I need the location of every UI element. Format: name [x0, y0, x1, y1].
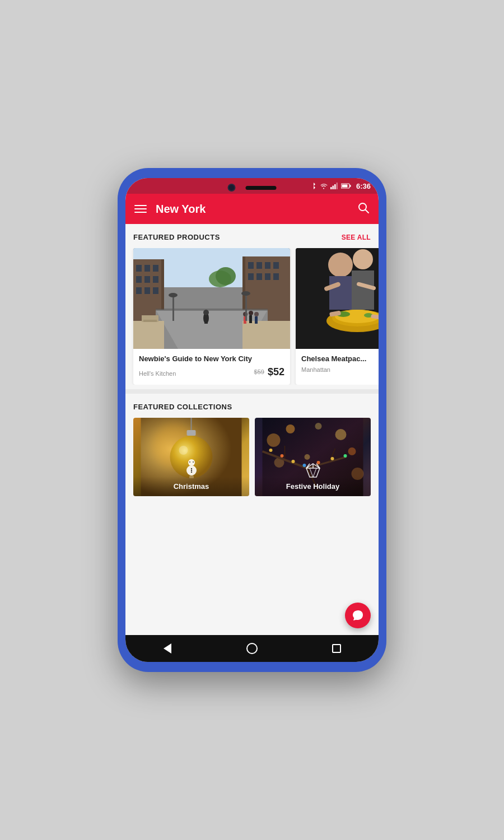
svg-point-84 [286, 424, 295, 433]
hamburger-menu-button[interactable] [134, 205, 147, 213]
svg-rect-31 [265, 273, 270, 280]
status-time: 6:36 [356, 182, 371, 190]
svg-rect-50 [172, 296, 174, 321]
signal-icon [330, 183, 338, 189]
product-card-1[interactable]: Newbie's Guide to New York City Hell's K… [133, 248, 290, 385]
featured-collections-section: FEATURED COLLECTIONS [125, 394, 379, 501]
phone-shell: 6:36 New York FEATURED PRODUCTS SE [118, 168, 386, 672]
search-button[interactable] [357, 202, 370, 217]
svg-rect-2 [334, 184, 336, 189]
product-price-row-1: $59 $52 [254, 366, 284, 378]
product-location-1: Hell's Kitchen [139, 370, 176, 377]
svg-point-78 [193, 461, 194, 463]
svg-point-83 [267, 433, 281, 447]
svg-rect-71 [187, 430, 196, 436]
svg-point-85 [335, 429, 347, 440]
product-price-original-1: $59 [254, 368, 264, 375]
collection-card-festive[interactable]: Festive Holiday [255, 418, 371, 496]
product-name-2: Chelsea Meatpac... [301, 354, 379, 364]
nav-back-button[interactable] [162, 643, 173, 654]
product-name-1: Newbie's Guide to New York City [139, 354, 284, 364]
svg-point-86 [348, 447, 356, 455]
svg-rect-57 [329, 276, 352, 310]
svg-point-96 [269, 449, 273, 452]
phone-screen: 6:36 New York FEATURED PRODUCTS SE [125, 178, 379, 662]
svg-rect-3 [336, 183, 338, 189]
svg-rect-15 [144, 265, 150, 272]
home-circle-icon [246, 643, 258, 654]
svg-point-81 [190, 472, 192, 473]
collections-grid: Christmas [125, 418, 379, 496]
svg-rect-6 [349, 185, 351, 187]
svg-point-80 [190, 470, 192, 471]
svg-rect-47 [249, 315, 252, 323]
bottom-spacer [125, 501, 379, 545]
svg-point-53 [241, 291, 250, 296]
svg-rect-37 [242, 321, 290, 349]
collection-card-christmas[interactable]: Christmas [133, 418, 249, 496]
svg-point-79 [190, 468, 192, 469]
nav-home-button[interactable] [246, 643, 258, 654]
featured-products-header: FEATURED PRODUCTS SEE ALL [125, 233, 379, 248]
product-info-2: Chelsea Meatpac... Manhattan [296, 349, 379, 381]
svg-point-11 [216, 267, 236, 285]
svg-point-87 [315, 423, 322, 430]
svg-point-51 [169, 293, 178, 297]
see-all-button[interactable]: SEE ALL [342, 234, 371, 241]
svg-rect-25 [248, 262, 254, 269]
collection-overlay-festive: Festive Holiday [255, 477, 371, 496]
collection-name-festive: Festive Holiday [286, 482, 339, 491]
featured-collections-title: FEATURED COLLECTIONS [133, 403, 232, 411]
svg-point-90 [305, 454, 310, 460]
svg-rect-30 [256, 273, 262, 280]
svg-rect-5 [342, 185, 347, 188]
bluetooth-icon [310, 182, 317, 190]
svg-rect-16 [153, 265, 158, 272]
collection-overlay-christmas: Christmas [133, 477, 249, 496]
app-title: New York [156, 203, 357, 216]
svg-line-108 [310, 468, 313, 477]
svg-point-97 [281, 454, 284, 458]
product-location-2: Manhattan [301, 366, 379, 373]
wifi-icon [320, 183, 328, 189]
nav-bar [125, 635, 379, 662]
svg-rect-14 [136, 265, 142, 272]
svg-rect-39 [143, 320, 157, 322]
svg-rect-29 [248, 273, 254, 280]
products-scroll[interactable]: Newbie's Guide to New York City Hell's K… [125, 248, 379, 385]
back-arrow-icon [164, 643, 171, 654]
earpiece [246, 186, 277, 190]
svg-rect-36 [133, 321, 164, 349]
svg-rect-27 [265, 262, 270, 269]
svg-point-98 [292, 460, 295, 463]
svg-rect-26 [256, 262, 262, 269]
product-image-1 [133, 248, 290, 349]
svg-point-102 [344, 454, 347, 458]
svg-rect-49 [255, 316, 258, 324]
chat-fab-button[interactable] [345, 603, 371, 628]
svg-point-73 [179, 446, 188, 455]
svg-rect-18 [144, 276, 150, 283]
snowman-icon [183, 458, 200, 478]
collection-name-christmas: Christmas [174, 482, 209, 491]
product-image-2 [296, 248, 379, 349]
svg-rect-28 [273, 262, 279, 269]
svg-rect-52 [245, 294, 247, 321]
svg-point-77 [189, 461, 190, 463]
product-price-discounted-1: $52 [268, 366, 284, 378]
content-area: FEATURED PRODUCTS SEE ALL [125, 224, 379, 635]
featured-products-title: FEATURED PRODUCTS [133, 233, 220, 241]
svg-rect-19 [153, 276, 158, 283]
svg-rect-20 [136, 287, 142, 294]
svg-point-42 [203, 310, 209, 315]
battery-icon [341, 183, 351, 189]
section-divider [125, 389, 379, 394]
svg-point-55 [328, 253, 353, 277]
product-card-2[interactable]: Chelsea Meatpac... Manhattan [296, 248, 379, 385]
svg-rect-32 [273, 273, 279, 280]
svg-rect-22 [153, 287, 158, 294]
svg-rect-43 [204, 315, 208, 324]
svg-rect-21 [144, 287, 150, 294]
nav-recent-button[interactable] [331, 643, 342, 654]
chat-icon [352, 609, 364, 622]
